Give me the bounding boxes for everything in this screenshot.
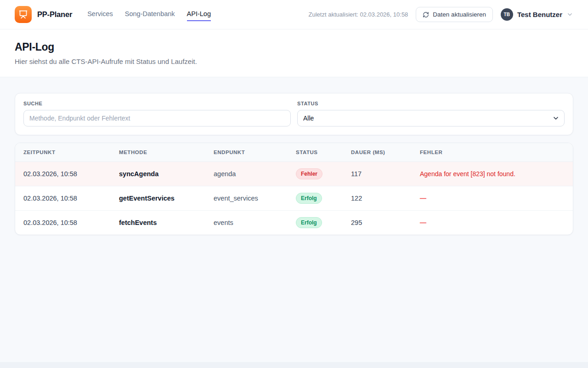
page-header: API-Log Hier siehst du alle CTS-API-Aufr… <box>0 29 588 77</box>
cell-methode: syncAgenda <box>113 162 208 186</box>
status-badge: Fehler <box>296 168 322 179</box>
avatar: TB <box>501 8 513 21</box>
api-log-table: ZEITPUNKT METHODE ENDPUNKT STATUS DAUER … <box>15 143 573 235</box>
main-content: SUCHE STATUS Alle ZEITPUNKT <box>0 77 588 235</box>
cell-methode: getEventServices <box>113 186 208 211</box>
cell-zeitpunkt: 02.03.2026, 10:58 <box>15 186 113 211</box>
table-row: 02.03.2026, 10:58 syncAgenda agenda Fehl… <box>15 162 573 186</box>
nav-item-api-log[interactable]: API-Log <box>187 8 211 21</box>
refresh-icon <box>423 12 429 18</box>
nav-item-services[interactable]: Services <box>87 8 113 21</box>
last-updated-text: Zuletzt aktualisiert: 02.03.2026, 10:58 <box>309 11 408 18</box>
topbar: PP-Planer Services Song-Datenbank API-Lo… <box>0 0 588 29</box>
cell-zeitpunkt: 02.03.2026, 10:58 <box>15 162 113 186</box>
status-badge: Erfolg <box>296 193 322 204</box>
cell-endpunkt: event_services <box>208 186 290 211</box>
nav-item-song-datenbank[interactable]: Song-Datenbank <box>125 8 175 21</box>
filter-card: SUCHE STATUS Alle <box>15 93 573 135</box>
cell-status: Erfolg <box>290 186 345 211</box>
chevron-down-icon <box>566 11 573 18</box>
col-zeitpunkt: ZEITPUNKT <box>15 143 113 162</box>
page-title: API-Log <box>15 41 573 53</box>
cell-endpunkt: agenda <box>208 162 290 186</box>
search-input[interactable] <box>23 110 291 126</box>
cell-zeitpunkt: 02.03.2026, 10:58 <box>15 211 113 235</box>
cell-fehler: — <box>414 211 573 235</box>
topbar-right: Zuletzt aktualisiert: 02.03.2026, 10:58 … <box>309 7 573 22</box>
api-log-table-card: ZEITPUNKT METHODE ENDPUNKT STATUS DAUER … <box>15 143 573 235</box>
page-subtitle: Hier siehst du alle CTS-API-Aufrufe mit … <box>15 58 573 65</box>
status-field-group: STATUS Alle <box>297 101 565 126</box>
user-name: Test Benutzer <box>517 11 562 18</box>
horizontal-scrollbar-track[interactable] <box>0 362 588 368</box>
status-select-wrap: Alle <box>297 110 565 126</box>
app-logo <box>15 6 32 23</box>
cell-endpunkt: events <box>208 211 290 235</box>
table-header: ZEITPUNKT METHODE ENDPUNKT STATUS DAUER … <box>15 143 573 162</box>
refresh-data-button[interactable]: Daten aktualisieren <box>416 7 493 22</box>
cell-fehler: Agenda for event [823] not found. <box>414 162 573 186</box>
cell-status: Erfolg <box>290 211 345 235</box>
table-row: 02.03.2026, 10:58 fetchEvents events Erf… <box>15 211 573 235</box>
search-label: SUCHE <box>23 101 291 106</box>
refresh-button-label: Daten aktualisieren <box>433 11 486 18</box>
status-label: STATUS <box>297 101 565 106</box>
col-dauer: DAUER (MS) <box>345 143 414 162</box>
col-fehler: FEHLER <box>414 143 573 162</box>
cell-fehler: — <box>414 186 573 211</box>
status-badge: Erfolg <box>296 217 322 228</box>
cell-dauer: 122 <box>345 186 414 211</box>
brand-name: PP-Planer <box>37 10 72 19</box>
cell-status: Fehler <box>290 162 345 186</box>
cell-methode: fetchEvents <box>113 211 208 235</box>
col-methode: METHODE <box>113 143 208 162</box>
search-field-group: SUCHE <box>23 101 291 126</box>
cell-dauer: 295 <box>345 211 414 235</box>
col-endpunkt: ENDPUNKT <box>208 143 290 162</box>
status-select[interactable]: Alle <box>297 110 565 126</box>
user-menu[interactable]: TB Test Benutzer <box>501 8 573 21</box>
main-nav: Services Song-Datenbank API-Log <box>87 8 211 21</box>
presentation-icon <box>18 10 28 19</box>
col-status: STATUS <box>290 143 345 162</box>
table-row: 02.03.2026, 10:58 getEventServices event… <box>15 186 573 211</box>
cell-dauer: 117 <box>345 162 414 186</box>
